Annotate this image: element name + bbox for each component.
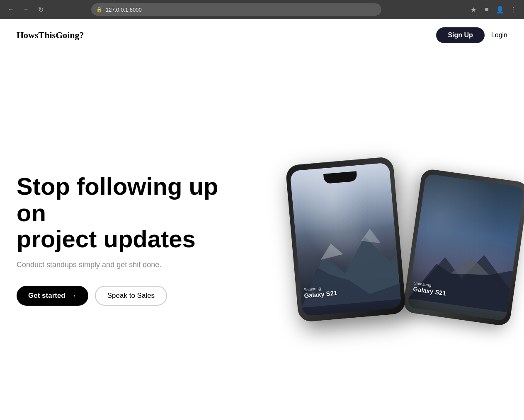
- address-bar[interactable]: 🔒 127.0.0.1:8000: [91, 3, 381, 16]
- url-text: 127.0.0.1:8000: [106, 7, 142, 13]
- signup-button[interactable]: Sign Up: [436, 27, 484, 43]
- hero-buttons: Get started → Speak to Sales: [17, 286, 236, 306]
- forward-button[interactable]: →: [20, 4, 32, 15]
- reload-button[interactable]: ↻: [35, 4, 46, 15]
- phones-container: Samsung Galaxy S21: [267, 152, 507, 326]
- back-button[interactable]: ←: [5, 4, 17, 15]
- login-button[interactable]: Login: [491, 31, 507, 39]
- phone-back-wallpaper: [407, 174, 524, 321]
- hero-title: Stop following up on project updates: [17, 173, 236, 252]
- get-started-label: Get started: [28, 292, 66, 300]
- phone-back-screen: [407, 174, 524, 321]
- arrow-icon: →: [70, 292, 77, 300]
- mountain-svg-back: [407, 214, 519, 321]
- get-started-button[interactable]: Get started →: [17, 286, 88, 306]
- hero-content: Stop following up on project updates Con…: [17, 173, 236, 306]
- hero-section: Stop following up on project updates Con…: [0, 51, 524, 419]
- hero-title-line1: Stop following up on: [17, 173, 218, 226]
- speak-to-sales-button[interactable]: Speak to Sales: [95, 286, 167, 306]
- security-icon: 🔒: [96, 7, 102, 12]
- logo: HowsThisGoing?: [17, 30, 84, 41]
- browser-chrome: ← → ↻ 🔒 127.0.0.1:8000 ★ ■ 👤 ⋮: [0, 0, 524, 19]
- svg-marker-1: [408, 249, 514, 312]
- hero-subtitle: Conduct standups simply and get shit don…: [17, 261, 236, 269]
- phones-mockup: Samsung Galaxy S21: [267, 152, 507, 326]
- phone-front: Samsung Galaxy S21: [285, 156, 406, 322]
- phone-back: Samsung Galaxy S21: [403, 168, 524, 327]
- nav-actions: Sign Up Login: [436, 27, 507, 43]
- hero-title-line2: project updates: [17, 225, 196, 252]
- app-container: HowsThisGoing? Sign Up Login Stop follow…: [0, 19, 524, 420]
- extensions-button[interactable]: ■: [481, 4, 492, 15]
- bookmark-button[interactable]: ★: [468, 4, 479, 15]
- mountain-svg-front: [294, 206, 402, 316]
- browser-actions: ★ ■ 👤 ⋮: [468, 4, 519, 15]
- svg-marker-4: [319, 242, 343, 260]
- navbar: HowsThisGoing? Sign Up Login: [0, 19, 524, 51]
- menu-button[interactable]: ⋮: [507, 4, 519, 15]
- profile-button[interactable]: 👤: [494, 4, 506, 15]
